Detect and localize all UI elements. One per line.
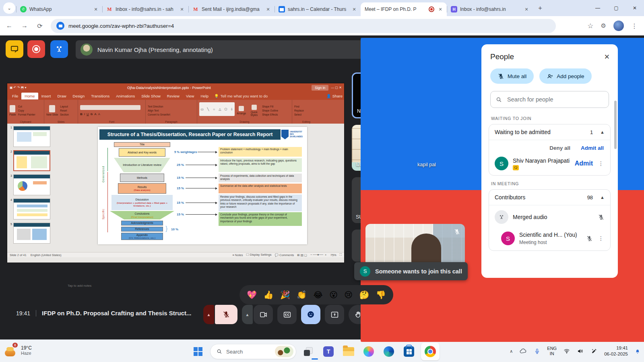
ppt-format-painter-button[interactable]: Format Painter: [18, 113, 35, 116]
more-options-icon[interactable]: ⋮: [597, 235, 605, 242]
ppt-tab-help[interactable]: Help: [197, 93, 212, 99]
ppt-shape-outline-button[interactable]: Shape Outline: [262, 109, 278, 112]
people-search-input[interactable]: [506, 96, 604, 103]
ppt-find-button[interactable]: Find: [294, 105, 304, 108]
ppt-paste-button[interactable]: Paste: [9, 101, 16, 120]
ppt-italic-button[interactable]: I: [84, 112, 85, 116]
reaction-thumbs-up[interactable]: 👍: [263, 290, 273, 300]
slide-thumbnail-1[interactable]: 1: [9, 126, 54, 147]
tab-whatsapp[interactable]: ✆ WhatsApp ✕: [16, 2, 102, 16]
comments-toggle[interactable]: 💬 Comments: [275, 253, 294, 257]
slide-thumbnail-2-selected[interactable]: 2: [9, 150, 54, 171]
chevron-up-icon[interactable]: ▲: [600, 195, 605, 200]
ppt-align-text-button[interactable]: Align Text: [148, 109, 170, 112]
pen-tray-icon[interactable]: [590, 348, 598, 355]
chevron-up-icon[interactable]: ▲: [600, 130, 605, 134]
ppt-quick-styles-button[interactable]: Quick Styles: [248, 101, 260, 120]
admit-all-button[interactable]: Admit all: [581, 145, 604, 151]
zoom-slider[interactable]: − ──●── ＋: [310, 253, 327, 257]
address-bar[interactable]: meet.google.com/zav-wphn-zbi?authuser=4: [51, 19, 556, 33]
browser-menu-icon[interactable]: ⋮: [631, 22, 638, 30]
notes-placeholder[interactable]: Tap to add notes: [68, 284, 91, 288]
ppt-tab-review[interactable]: Review: [164, 93, 183, 99]
mic-options-chevron[interactable]: ▲: [203, 305, 214, 324]
tab-meet-active[interactable]: Meet – IFDP on Ph.D. P ✕: [361, 2, 447, 16]
ppt-shape-fill-button[interactable]: Shape Fill: [262, 105, 278, 108]
reactions-button[interactable]: [301, 305, 320, 324]
ppt-underline-button[interactable]: U: [87, 112, 89, 116]
language-switcher[interactable]: ENGIN: [547, 346, 557, 356]
language-indicator[interactable]: English (United States): [31, 253, 62, 257]
ppt-shape-effects-button[interactable]: Shape Effects: [262, 113, 278, 116]
onedrive-cloud-icon[interactable]: [519, 347, 527, 355]
ppt-window-buttons[interactable]: — ▢ ✕: [331, 86, 342, 89]
file-explorer-button[interactable]: [341, 343, 357, 360]
maximize-button[interactable]: ▢: [607, 0, 625, 16]
reaction-party[interactable]: 🎉: [280, 290, 290, 300]
start-button[interactable]: [190, 343, 206, 360]
admit-button[interactable]: Admit: [575, 160, 593, 167]
tray-mic-icon[interactable]: [534, 348, 541, 355]
waiting-card-header[interactable]: Waiting to be admitted 1 ▲: [489, 124, 610, 140]
extensions-icon[interactable]: ⚙: [601, 22, 606, 29]
slide-thumbnail-5[interactable]: 5: [9, 223, 54, 244]
ppt-new-slide-button[interactable]: New Slide: [46, 101, 58, 120]
notes-toggle[interactable]: ≡ Notes: [232, 253, 243, 257]
recording-button[interactable]: [27, 40, 45, 58]
reaction-heart[interactable]: 💖: [247, 290, 257, 300]
reaction-surprised[interactable]: 😮: [329, 290, 338, 300]
copilot-button[interactable]: [361, 343, 377, 360]
companion-mode-button[interactable]: [50, 40, 68, 58]
people-search[interactable]: [490, 91, 609, 108]
mute-all-button[interactable]: Mute all: [490, 68, 534, 84]
mic-off-icon[interactable]: [598, 214, 605, 221]
tab-close-icon[interactable]: ✕: [523, 6, 530, 12]
close-button[interactable]: ✕: [625, 0, 644, 16]
minimize-button[interactable]: —: [588, 0, 607, 16]
annotation-app-button[interactable]: [6, 40, 23, 58]
tab-inbox-2[interactable]: H Inbox - info@sahrs.in ✕: [447, 2, 533, 16]
clock-widget[interactable]: 19:41 06-02-2025: [604, 345, 628, 357]
weather-widget[interactable]: 8 19°C Haze: [4, 343, 32, 358]
slide-thumbnail-3[interactable]: 3: [9, 174, 54, 195]
add-people-button[interactable]: Add people: [539, 68, 591, 84]
ppt-replace-button[interactable]: Replace: [294, 109, 304, 112]
display-settings-toggle[interactable]: 🖵 Display Settings: [246, 253, 271, 257]
reaction-thumbs-down[interactable]: 👎: [376, 290, 386, 300]
tab-search-chevron-icon[interactable]: ⌄: [3, 2, 15, 14]
tab-close-icon[interactable]: ✕: [351, 6, 357, 12]
notification-bell-icon[interactable]: [634, 348, 641, 354]
ppt-copy-button[interactable]: Copy: [18, 109, 35, 112]
ppt-tab-slideshow[interactable]: Slide Show: [138, 93, 164, 99]
close-icon[interactable]: ✕: [604, 53, 610, 61]
reaction-clap[interactable]: 👏: [297, 290, 307, 300]
ppt-highlight-button[interactable]: A: [98, 112, 100, 116]
volume-icon[interactable]: [577, 348, 584, 355]
tray-chevron-icon[interactable]: ∧: [510, 349, 513, 354]
reaction-joy[interactable]: 😂: [313, 290, 322, 300]
ppt-tab-design[interactable]: Design: [70, 93, 88, 99]
tab-inbox-1[interactable]: M Inbox - info@sahrs.in - sah ✕: [102, 2, 188, 16]
ppt-cut-button[interactable]: Cut: [18, 105, 35, 108]
captions-button[interactable]: [277, 305, 297, 324]
tab-close-icon[interactable]: ✕: [179, 6, 185, 12]
camera-toggle-button[interactable]: [254, 305, 273, 324]
ppt-tell-me[interactable]: 💡 Tell me what you want to do: [214, 94, 268, 98]
ppt-select-button[interactable]: Select: [294, 113, 304, 116]
ppt-section-button[interactable]: Section: [60, 113, 69, 116]
teams-button[interactable]: T: [320, 343, 336, 360]
ppt-text-direction-button[interactable]: Text Direction: [148, 105, 170, 108]
taskbar-search[interactable]: Search: [210, 344, 296, 359]
view-buttons[interactable]: ⊞ ▤ ▢: [297, 253, 307, 257]
ppt-tab-draw[interactable]: Draw: [54, 93, 69, 99]
store-button[interactable]: [401, 343, 417, 360]
present-button[interactable]: [325, 305, 344, 324]
ppt-reset-button[interactable]: Reset: [60, 109, 69, 112]
ppt-bold-button[interactable]: B: [80, 112, 83, 116]
task-view-button[interactable]: [300, 343, 316, 360]
bookmark-star-icon[interactable]: ☆: [587, 22, 593, 30]
ppt-convert-smartart-button[interactable]: Convert to SmartArt: [148, 113, 170, 116]
chrome-button[interactable]: [421, 343, 440, 360]
reaction-cry[interactable]: 😢: [344, 290, 353, 300]
forward-icon[interactable]: →: [19, 20, 31, 32]
